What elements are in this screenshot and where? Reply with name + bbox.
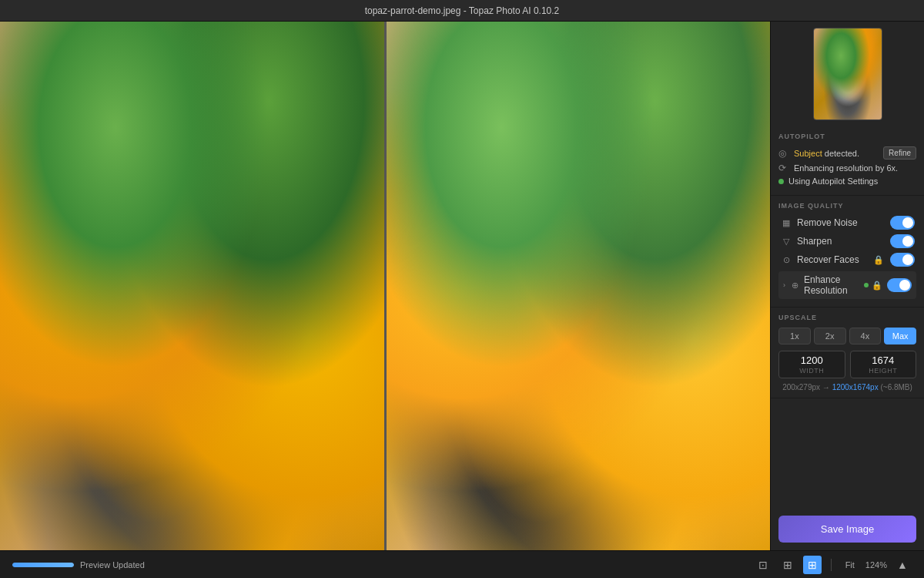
sharpen-icon: ▽ (780, 235, 792, 247)
right-panel: AUTOPILOT ◎ Subject detected. Refine ⟳ E… (770, 22, 924, 550)
dimension-row: 1200 Width 1674 Height (778, 351, 916, 378)
subject-highlight: Subject (794, 149, 822, 158)
image-panel-left (0, 22, 384, 550)
layout-icon: ⊞ (783, 559, 792, 571)
save-button-container: Save Image (771, 508, 924, 550)
height-value: 1674 (854, 355, 913, 366)
image-thumbnail (813, 28, 882, 120)
remove-noise-row: ▦ Remove Noise (778, 216, 916, 230)
sharpen-toggle[interactable] (890, 234, 915, 248)
enhance-resolution-dot (864, 283, 869, 287)
enhance-resolution-label: Enhance Resolution (804, 274, 861, 296)
image-quality-section: IMAGE QUALITY ▦ Remove Noise ▽ Sharpen ⊙… (771, 196, 924, 307)
remove-noise-toggle[interactable] (890, 216, 915, 230)
upscale-section: UPSCALE 1x 2x 4x Max 1200 Width 1674 Hei… (771, 307, 924, 398)
enhance-resolution-lock-icon: 🔒 (872, 281, 882, 291)
recover-faces-row: ⊙ Recover Faces 🔒 (778, 253, 916, 267)
separator (831, 559, 832, 571)
arrow: → (822, 383, 830, 391)
upscale-1x-button[interactable]: 1x (778, 328, 811, 344)
width-value: 1200 (782, 355, 842, 366)
upscale-max-button[interactable]: Max (884, 328, 916, 344)
sharpen-row: ▽ Sharpen (778, 234, 916, 248)
refine-button[interactable]: Refine (883, 146, 916, 160)
thumbnail-area (771, 22, 924, 126)
zoom-value: 124% (865, 560, 887, 570)
zoom-in-icon: ▲ (897, 559, 908, 571)
autopilot-section: AUTOPILOT ◎ Subject detected. Refine ⟳ E… (771, 126, 924, 196)
autopilot-settings-text: Using Autopilot Settings (788, 176, 916, 186)
bottombar: Preview Updated ⊡ ⊞ ⊞ Fit 124% ▲ (0, 550, 924, 578)
remove-noise-icon: ▦ (780, 217, 792, 229)
save-image-button[interactable]: Save Image (778, 516, 916, 543)
autopilot-settings-row: Using Autopilot Settings (778, 176, 916, 186)
height-box: 1674 Height (850, 351, 917, 378)
autopilot-subject-row: ◎ Subject detected. Refine (778, 146, 916, 160)
autopilot-dot (778, 179, 784, 184)
subject-icon: ◎ (778, 148, 789, 159)
view-icon: ⊡ (758, 559, 768, 571)
image-quality-title: IMAGE QUALITY (778, 202, 916, 210)
height-label: Height (854, 367, 913, 375)
sharpen-label: Sharpen (797, 236, 886, 247)
enhance-chevron-icon: › (783, 281, 785, 289)
recover-faces-toggle[interactable] (890, 253, 915, 267)
size-info: (~6.8MB) (880, 383, 912, 391)
titlebar: topaz-parrot-demo.jpeg - Topaz Photo AI … (0, 0, 924, 22)
enhance-resolution-toggle[interactable] (887, 278, 912, 292)
image-split-view (0, 22, 770, 550)
bottombar-icons: ⊡ ⊞ ⊞ Fit 124% ▲ (754, 556, 912, 574)
progress-bar-fill (12, 563, 74, 567)
enhanced-image (387, 22, 771, 550)
view-icon-button[interactable]: ⊡ (754, 556, 772, 574)
zoom-fit-label: Fit (845, 560, 855, 570)
dimension-info: 200x279px → 1200x1674px (~6.8MB) (778, 383, 916, 391)
split-divider[interactable] (384, 22, 387, 550)
window-title: topaz-parrot-demo.jpeg - Topaz Photo AI … (365, 5, 560, 16)
image-area (0, 22, 770, 550)
recover-faces-lock-icon: 🔒 (873, 255, 884, 265)
preview-badge: Preview Updated (12, 560, 145, 570)
upscale-2x-button[interactable]: 2x (814, 328, 846, 344)
autopilot-title: AUTOPILOT (778, 133, 916, 140)
enhance-icon: ⟳ (778, 163, 789, 173)
remove-noise-label: Remove Noise (797, 217, 886, 228)
grid-icon-button[interactable]: ⊞ (803, 556, 822, 574)
source-info: 200x279px (782, 383, 820, 391)
progress-bar-container (12, 563, 74, 567)
enhance-resolution-row[interactable]: › ⊕ Enhance Resolution 🔒 (778, 271, 916, 299)
layout-icon-button[interactable]: ⊞ (778, 556, 797, 574)
upscale-buttons: 1x 2x 4x Max (778, 328, 916, 344)
enhance-resolution-icon: ⊕ (788, 279, 801, 291)
grid-icon: ⊞ (808, 559, 817, 571)
preview-text: Preview Updated (80, 560, 145, 570)
autopilot-subject-text: Subject detected. (794, 149, 879, 158)
recover-faces-label: Recover Faces (797, 254, 869, 265)
width-box: 1200 Width (778, 351, 845, 378)
upscale-4x-button[interactable]: 4x (849, 328, 882, 344)
detected-text: detected. (825, 149, 859, 158)
target-info: 1200x1674px (832, 383, 879, 391)
width-label: Width (782, 367, 842, 375)
recover-faces-icon: ⊙ (780, 254, 792, 266)
enhancing-text: Enhancing resolution by 6x. (794, 163, 916, 173)
upscale-title: UPSCALE (778, 314, 916, 321)
main-content: AUTOPILOT ◎ Subject detected. Refine ⟳ E… (0, 22, 924, 550)
autopilot-enhancing-row: ⟳ Enhancing resolution by 6x. (778, 163, 916, 173)
zoom-in-button[interactable]: ▲ (893, 556, 912, 574)
original-image (0, 22, 384, 550)
image-panel-right (387, 22, 771, 550)
